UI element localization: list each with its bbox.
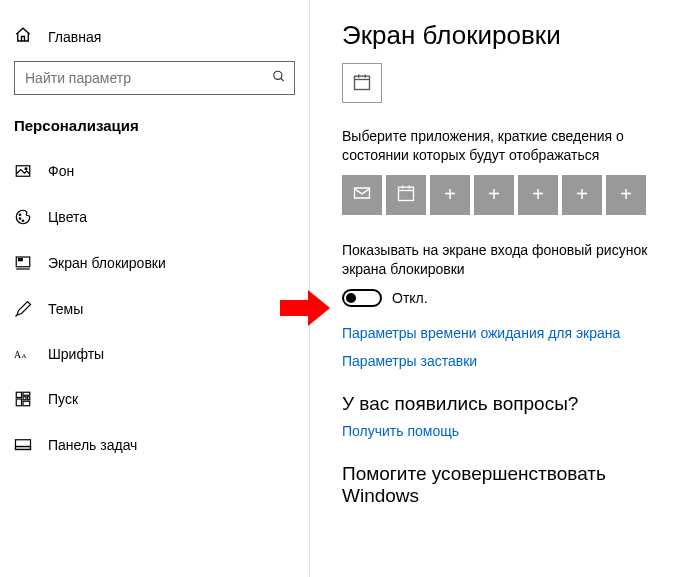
svg-rect-14 <box>23 392 30 395</box>
link-screensaver[interactable]: Параметры заставки <box>342 353 674 369</box>
sidebar-item-label: Фон <box>48 163 74 179</box>
show-bg-toggle[interactable] <box>342 289 382 307</box>
picture-icon <box>14 162 32 180</box>
svg-rect-16 <box>28 397 30 400</box>
quick-app-add-5[interactable]: + <box>606 175 646 215</box>
svg-line-2 <box>281 78 284 81</box>
sidebar-item-label: Темы <box>48 301 83 317</box>
home-icon <box>14 26 32 47</box>
plus-icon: + <box>444 183 456 206</box>
sidebar-item-label: Экран блокировки <box>48 255 166 271</box>
help-heading: У вас появились вопросы? <box>342 393 674 415</box>
annotation-arrow <box>280 290 330 329</box>
quick-app-add-3[interactable]: + <box>518 175 558 215</box>
nav-home-label: Главная <box>48 29 101 45</box>
svg-rect-18 <box>23 401 30 406</box>
plus-icon: + <box>576 183 588 206</box>
taskbar-icon <box>14 436 32 454</box>
sidebar-item-colors[interactable]: Цвета <box>0 194 309 240</box>
svg-rect-17 <box>16 399 21 406</box>
search-icon <box>272 70 286 87</box>
svg-rect-15 <box>23 397 26 400</box>
sidebar-item-start[interactable]: Пуск <box>0 376 309 422</box>
plus-icon: + <box>532 183 544 206</box>
start-icon <box>14 390 32 408</box>
lockscreen-icon <box>14 254 32 272</box>
link-get-help[interactable]: Получить помощь <box>342 423 674 439</box>
show-bg-description: Показывать на экране входа фоновый рисун… <box>342 241 674 279</box>
calendar-icon <box>352 72 372 95</box>
plus-icon: + <box>620 183 632 206</box>
search-input[interactable] <box>15 62 294 94</box>
quick-status-apps: + + + + + <box>342 175 674 215</box>
quick-app-add-1[interactable]: + <box>430 175 470 215</box>
sidebar-item-lockscreen[interactable]: Экран блокировки <box>0 240 309 286</box>
svg-rect-22 <box>355 76 370 89</box>
brush-icon <box>14 300 32 318</box>
svg-point-7 <box>22 220 24 222</box>
svg-marker-0 <box>280 290 330 326</box>
svg-point-4 <box>25 168 27 170</box>
sidebar-item-taskbar[interactable]: Панель задач <box>0 422 309 468</box>
svg-point-5 <box>19 214 21 216</box>
svg-rect-9 <box>19 259 23 261</box>
section-title: Персонализация <box>0 95 309 148</box>
page-title: Экран блокировки <box>342 20 674 51</box>
sidebar: Главная Персонализация Фон Цвета <box>0 0 310 577</box>
mail-icon <box>352 183 372 206</box>
quick-app-add-4[interactable]: + <box>562 175 602 215</box>
sidebar-item-label: Панель задач <box>48 437 137 453</box>
quick-app-calendar[interactable] <box>386 175 426 215</box>
nav-home[interactable]: Главная <box>0 20 309 61</box>
sidebar-item-label: Цвета <box>48 209 87 225</box>
quick-app-mail[interactable] <box>342 175 382 215</box>
sidebar-item-background[interactable]: Фон <box>0 148 309 194</box>
calendar-icon <box>396 183 416 206</box>
content-pane: Экран блокировки Выберите приложения, кр… <box>310 0 700 577</box>
quick-status-description: Выберите приложения, краткие сведения о … <box>342 127 674 165</box>
svg-rect-29 <box>399 187 414 200</box>
sidebar-item-fonts[interactable]: AA Шрифты <box>0 332 309 376</box>
sidebar-item-label: Шрифты <box>48 346 104 362</box>
palette-icon <box>14 208 32 226</box>
svg-rect-13 <box>16 392 21 397</box>
quick-app-add-2[interactable]: + <box>474 175 514 215</box>
svg-point-6 <box>19 218 21 220</box>
sidebar-item-themes[interactable]: Темы <box>0 286 309 332</box>
svg-point-1 <box>274 71 282 79</box>
search-box[interactable] <box>14 61 295 95</box>
detailed-status-app-tile[interactable] <box>342 63 382 103</box>
link-screen-timeout[interactable]: Параметры времени ожидания для экрана <box>342 325 674 341</box>
plus-icon: + <box>488 183 500 206</box>
sidebar-item-label: Пуск <box>48 391 78 407</box>
svg-text:A: A <box>22 352 27 359</box>
toggle-state-label: Откл. <box>392 290 428 306</box>
fonts-icon: AA <box>14 347 32 361</box>
svg-text:A: A <box>14 349 21 360</box>
feedback-heading: Помогите усовершенствовать Windows <box>342 463 674 507</box>
